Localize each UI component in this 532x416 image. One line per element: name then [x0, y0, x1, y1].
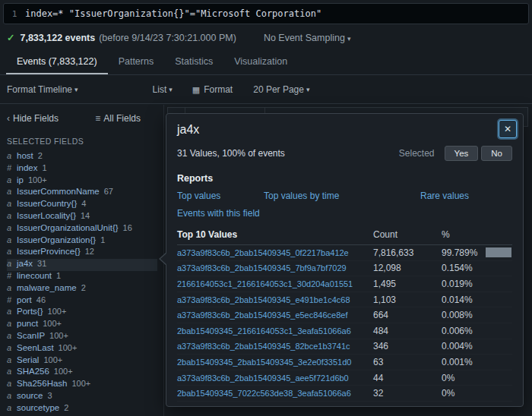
field-name[interactable]: SeenLast	[17, 343, 54, 352]
field-count: 100+	[43, 355, 62, 364]
tab-visualization[interactable]: Visualization	[223, 49, 298, 74]
field-name[interactable]: host	[17, 151, 33, 160]
field-row-sha256[interactable]: a SHA256 100+	[7, 367, 157, 379]
value-link[interactable]: a373a9f83c6b_2bab15409345_82bce1b3741c	[177, 342, 373, 351]
field-row-host[interactable]: a host 2	[7, 151, 157, 163]
field-name[interactable]: sourcetype	[17, 403, 59, 412]
hide-fields-link[interactable]: ‹Hide Fields	[7, 113, 59, 124]
value-link[interactable]: a373a9f83c6b_2bab15409345_aee5f721d6b0	[177, 373, 373, 383]
percent-text: 0.014%	[442, 295, 473, 305]
list-view-dropdown[interactable]: List▾	[153, 84, 173, 95]
value-count: 664	[373, 310, 442, 320]
field-row-punct[interactable]: a punct 100+	[7, 319, 157, 331]
format-timeline-label: Format Timeline	[7, 84, 72, 95]
value-row: a373a9f83c6b_2bab15409345_e491be1c4c68 1…	[177, 292, 512, 308]
field-row-ip[interactable]: a ip 100+	[7, 175, 157, 188]
field-row-scanip[interactable]: a ScanIP 100+	[7, 331, 157, 343]
field-type-icon: a	[7, 247, 17, 256]
field-name[interactable]: IssuerCommonName	[17, 187, 100, 196]
field-summary-modal: ja4x ✕ 31 Values, 100% of events Selecte…	[166, 113, 524, 407]
field-row-ports[interactable]: a Ports{} 100+	[7, 307, 157, 319]
field-name[interactable]: Serial	[17, 355, 39, 364]
field-row-issuercommonname[interactable]: a IssuerCommonName 67	[7, 187, 157, 199]
field-name[interactable]: IssuerOrganizationalUnit{}	[17, 223, 119, 232]
caret-down-icon: ▾	[306, 86, 310, 93]
field-name[interactable]: ja4x	[17, 259, 33, 268]
field-row-serial[interactable]: a Serial 100+	[7, 355, 157, 367]
field-name[interactable]: index	[17, 163, 38, 172]
value-link[interactable]: 2bab15409345_7022c563de38_3eafa51066a6	[177, 389, 373, 398]
value-count: 32	[373, 388, 442, 399]
field-name[interactable]: IssuerLocality{}	[17, 211, 76, 220]
field-type-icon: a	[7, 283, 17, 292]
close-icon: ✕	[504, 124, 511, 134]
field-row-ja4x[interactable]: a ja4x 31	[7, 259, 157, 271]
close-button[interactable]: ✕	[499, 120, 517, 138]
tab-patterns[interactable]: Patterns	[108, 49, 165, 74]
search-query-input[interactable]: index=* "IssuerOrganization{}"="Microsof…	[25, 8, 321, 19]
field-row-issuercountry[interactable]: a IssuerCountry{} 4	[7, 199, 157, 211]
field-row-port[interactable]: # port 46	[7, 295, 157, 307]
field-name[interactable]: ScanIP	[17, 331, 45, 340]
field-name[interactable]: Ports{}	[17, 307, 43, 316]
format-button[interactable]: ▦Format	[192, 84, 233, 95]
value-row: 2bab15409345_2166164053c1_3eafa51066a6 4…	[177, 323, 512, 339]
value-link[interactable]: 2bab15409345_2bab15409345_3e2e0f3351d0	[177, 358, 373, 367]
value-link[interactable]: 2166164053c1_2166164053c1_30d204a01551	[177, 279, 373, 288]
field-row-index[interactable]: # index 1	[7, 163, 157, 175]
value-link[interactable]: a373a9f83c6b_2bab15409345_0f2217ba412e	[177, 248, 373, 257]
values-table-body: a373a9f83c6b_2bab15409345_0f2217ba412e 7…	[177, 245, 512, 402]
field-row-issuerprovince[interactable]: a IssuerProvince{} 12	[7, 247, 157, 259]
field-row-source[interactable]: a source 3	[7, 391, 157, 403]
per-page-label: 20 Per Page	[253, 84, 304, 95]
selected-no-button[interactable]: No	[481, 146, 512, 161]
field-row-issuerlocality[interactable]: a IssuerLocality{} 14	[7, 211, 157, 223]
field-name[interactable]: Sha256Hash	[17, 379, 68, 388]
format-timeline-dropdown[interactable]: Format Timeline▾	[7, 84, 78, 95]
modal-title: ja4x	[177, 123, 512, 137]
value-percent: 0.154%	[442, 263, 512, 273]
field-name[interactable]: IssuerCountry{}	[17, 199, 77, 208]
all-fields-link[interactable]: ≡All Fields	[95, 113, 141, 124]
search-bar[interactable]: 1 index=* "IssuerOrganization{}"="Micros…	[3, 3, 529, 24]
field-row-issuerorganizationalunit[interactable]: a IssuerOrganizationalUnit{} 16	[7, 223, 157, 235]
event-sampling-dropdown[interactable]: No Event Sampling▾	[264, 33, 351, 43]
field-type-icon: a	[7, 151, 17, 160]
event-count: 7,833,122 events	[20, 33, 95, 43]
field-name[interactable]: SHA256	[17, 367, 49, 376]
selected-yes-button[interactable]: Yes	[445, 146, 479, 161]
value-link[interactable]: 2bab15409345_2166164053c1_3eafa51066a6	[177, 326, 373, 336]
report-links: Top valuesTop values by timeRare values	[177, 191, 512, 201]
field-row-linecount[interactable]: # linecount 1	[7, 271, 157, 283]
field-name[interactable]: IssuerProvince{}	[17, 247, 81, 256]
field-name[interactable]: malware_name	[17, 283, 77, 292]
field-row-seenlast[interactable]: a SeenLast 100+	[7, 343, 157, 355]
tab-events[interactable]: Events (7,833,122)	[6, 49, 108, 74]
value-count: 63	[373, 357, 442, 367]
field-name[interactable]: linecount	[17, 271, 52, 280]
values-column-header: Top 10 Values	[177, 229, 373, 240]
value-link[interactable]: a373a9f83c6b_2bab15409345_e5ec846ce8ef	[177, 310, 373, 320]
field-row-malwarename[interactable]: a malware_name 2	[7, 283, 157, 295]
per-page-dropdown[interactable]: 20 Per Page▾	[253, 84, 309, 95]
report-link-top-values[interactable]: Top values	[177, 191, 264, 201]
value-row: 2166164053c1_2166164053c1_30d204a01551 1…	[177, 276, 512, 292]
value-link[interactable]: a373a9f83c6b_2bab15409345_e491be1c4c68	[177, 295, 373, 304]
field-row-issuerorganization[interactable]: a IssuerOrganization{} 1	[7, 235, 157, 247]
tab-statistics[interactable]: Statistics	[164, 49, 223, 74]
field-name[interactable]: ip	[17, 175, 24, 184]
field-name[interactable]: port	[17, 295, 32, 304]
field-type-icon: a	[7, 343, 17, 352]
events-with-field-link[interactable]: Events with this field	[177, 208, 260, 219]
value-link[interactable]: a373a9f83c6b_2bab15409345_7bf9a7bf7029	[177, 263, 373, 273]
field-list: a host 2 # index 1 a ip 100+ a IssuerCom…	[7, 151, 157, 415]
field-row-sourcetype[interactable]: a sourcetype 2	[7, 403, 157, 415]
report-link-top-values-by-time[interactable]: Top values by time	[264, 191, 420, 201]
field-name[interactable]: IssuerOrganization{}	[17, 235, 96, 244]
report-link-rare-values[interactable]: Rare values	[420, 191, 512, 201]
value-percent: 0.006%	[442, 326, 512, 336]
field-name[interactable]: source	[17, 391, 43, 400]
value-count: 346	[373, 341, 442, 351]
field-row-sha256hash[interactable]: a Sha256Hash 100+	[7, 379, 157, 391]
field-name[interactable]: punct	[17, 319, 38, 328]
